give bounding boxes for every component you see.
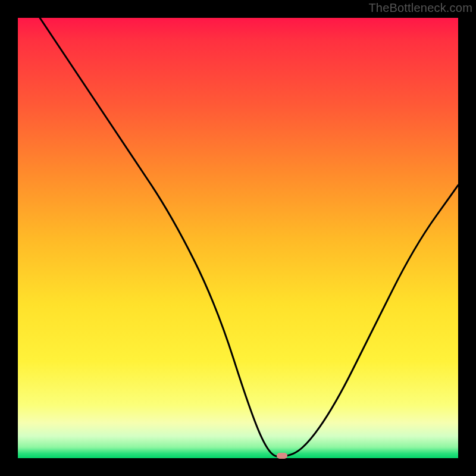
bottleneck-curve-path bbox=[40, 18, 458, 457]
curve-svg bbox=[18, 18, 458, 458]
optimum-marker bbox=[277, 453, 287, 459]
chart-frame: TheBottleneck.com bbox=[0, 0, 476, 476]
plot-area bbox=[18, 18, 458, 458]
watermark-text: TheBottleneck.com bbox=[368, 1, 472, 15]
